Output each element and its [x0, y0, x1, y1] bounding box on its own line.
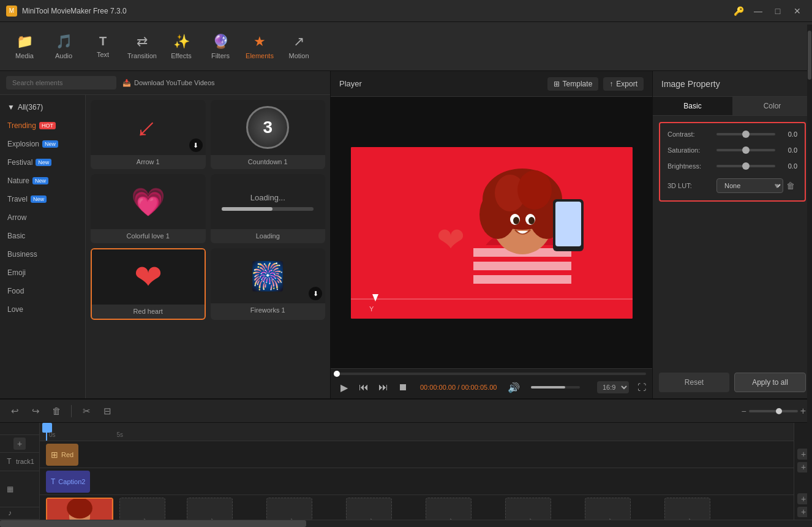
- transition-slot-8[interactable]: ⇄: [664, 498, 710, 520]
- brightness-row: Brightness: 0.0: [667, 162, 797, 170]
- element-label-arrow1: Arrow 1: [137, 158, 160, 165]
- transition-slot-4[interactable]: ⇄: [346, 498, 392, 520]
- transition-slot-2[interactable]: ⇄: [187, 498, 233, 520]
- tab-basic[interactable]: Basic: [653, 97, 732, 115]
- redo-button[interactable]: ↪: [27, 403, 44, 420]
- element-card-colorful-love1[interactable]: 💗 Colorful love 1: [91, 174, 206, 243]
- brightness-value: 0.0: [780, 162, 797, 170]
- minimize-button[interactable]: —: [750, 4, 767, 18]
- lut-select[interactable]: None: [716, 178, 783, 193]
- zoom-out-icon[interactable]: −: [741, 406, 746, 416]
- transition-slot-5[interactable]: ⇄: [426, 498, 472, 520]
- close-button[interactable]: ✕: [789, 4, 806, 18]
- timeline-scrollbar[interactable]: [0, 520, 812, 527]
- zoom-in-icon[interactable]: +: [800, 406, 806, 417]
- sidebar-item-food[interactable]: Food: [0, 282, 85, 300]
- motion-icon: ↗: [293, 34, 304, 50]
- transition-slot-1[interactable]: ⇄: [119, 498, 165, 520]
- element-card-fireworks1[interactable]: 🎆 ⬇ Fireworks 1: [211, 248, 326, 320]
- stop-button[interactable]: ⏹: [396, 380, 410, 395]
- sidebar-item-arrow[interactable]: Arrow: [0, 208, 85, 227]
- tab-color[interactable]: Color: [732, 97, 812, 115]
- tool-elements[interactable]: ★ Elements: [241, 26, 278, 67]
- search-input[interactable]: [6, 76, 116, 89]
- sidebar-item-emoji[interactable]: Emoji: [0, 264, 85, 282]
- play-button[interactable]: ▶: [337, 380, 351, 395]
- track2-chip[interactable]: ⊞ Red: [46, 444, 78, 466]
- loading-element: Loading...: [211, 193, 326, 211]
- key-icon[interactable]: 🔑: [730, 4, 747, 18]
- player-label: Player: [339, 79, 362, 88]
- sidebar-item-love[interactable]: Love: [0, 300, 85, 319]
- prev-frame-button[interactable]: ⏮: [356, 380, 371, 395]
- volume-slider[interactable]: [531, 386, 580, 389]
- arrow-element-icon: ↓: [130, 110, 166, 146]
- crop-button[interactable]: ⊟: [99, 403, 116, 420]
- apply-to-all-button[interactable]: Apply to all: [734, 373, 806, 392]
- tool-motion-label: Motion: [288, 52, 309, 59]
- tool-text[interactable]: T Text: [85, 26, 121, 67]
- transition-slot-7[interactable]: ⇄: [585, 498, 631, 520]
- tool-media[interactable]: 📁 Media: [6, 26, 43, 67]
- tool-audio[interactable]: 🎵 Audio: [45, 26, 82, 67]
- video-person-svg: ❤ Y: [351, 147, 633, 319]
- media-icon: 📁: [17, 34, 33, 50]
- saturation-slider[interactable]: [716, 149, 775, 151]
- tool-text-label: Text: [97, 51, 109, 58]
- zoom-slider[interactable]: [749, 410, 798, 412]
- download-arrow1-button[interactable]: ⬇: [189, 138, 203, 152]
- next-frame-button[interactable]: ⏭: [376, 380, 391, 395]
- sidebar-item-travel[interactable]: Travel New: [0, 190, 85, 208]
- main-track-icon: ▦: [5, 484, 15, 494]
- undo-button[interactable]: ↩: [6, 403, 23, 420]
- sidebar-item-nature[interactable]: Nature New: [0, 172, 85, 190]
- aspect-ratio-select[interactable]: 16:9 9:16 1:1 4:3: [597, 381, 629, 393]
- progress-bar[interactable]: [337, 373, 646, 375]
- element-thumb-arrow1: ↓ ⬇: [91, 100, 206, 155]
- track1-caption-chip[interactable]: T Caption2: [46, 471, 90, 493]
- player-header: Player ⊞ Template ↑ Export: [331, 71, 652, 97]
- sidebar-item-festival[interactable]: Festival New: [0, 153, 85, 172]
- saturation-row: Saturation: 0.0: [667, 146, 797, 154]
- main-area: 📥 Download YouTube Videos ▼ All(367) Tre…: [0, 71, 812, 398]
- transition-slot-6[interactable]: ⇄: [505, 498, 551, 520]
- element-card-countdown1[interactable]: 3 Countdown 1: [211, 100, 326, 169]
- element-card-arrow1[interactable]: ↓ ⬇ Arrow 1: [91, 100, 206, 169]
- tool-motion[interactable]: ↗ Motion: [280, 26, 317, 67]
- elements-grid: ↓ ⬇ Arrow 1 3 Countdown 1 💗: [86, 95, 330, 398]
- elements-panel: 📥 Download YouTube Videos ▼ All(367) Tre…: [0, 71, 331, 398]
- lut-delete-button[interactable]: 🗑: [784, 179, 797, 192]
- cut-button[interactable]: ✂: [78, 403, 95, 420]
- tool-transition[interactable]: ⇄ Transition: [124, 26, 160, 67]
- time-display: 00:00:00.00 / 00:00:05.00: [420, 384, 497, 391]
- delete-button[interactable]: 🗑: [48, 403, 65, 420]
- element-card-red-heart[interactable]: ❤ Red heart: [91, 248, 206, 320]
- maximize-button[interactable]: □: [769, 4, 786, 18]
- download-fireworks1-button[interactable]: ⬇: [309, 287, 322, 300]
- template-button[interactable]: ⊞ Template: [547, 77, 599, 91]
- svg-rect-5: [473, 275, 571, 284]
- transition-slot-3[interactable]: ⇄: [266, 498, 312, 520]
- download-youtube-button[interactable]: 📥 Download YouTube Videos: [122, 79, 215, 87]
- tool-effects[interactable]: ✨ Effects: [163, 26, 200, 67]
- export-button[interactable]: ↑ Export: [603, 77, 644, 91]
- sidebar-item-basic[interactable]: Basic: [0, 227, 85, 245]
- element-card-loading[interactable]: Loading... Loading: [211, 174, 326, 243]
- contrast-slider[interactable]: [716, 133, 775, 135]
- fullscreen-button[interactable]: ⛶: [637, 382, 646, 392]
- tool-filters[interactable]: 🔮 Filters: [202, 26, 239, 67]
- sidebar-item-trending[interactable]: Trending HOT: [0, 116, 85, 135]
- sidebar-item-business[interactable]: Business: [0, 245, 85, 264]
- saturation-value: 0.0: [780, 146, 797, 154]
- sidebar-food-label: Food: [7, 287, 24, 295]
- video-segment-1[interactable]: [46, 498, 113, 520]
- travel-badge: New: [31, 195, 47, 203]
- add-track2-button[interactable]: +: [13, 438, 26, 450]
- nature-badge: New: [32, 177, 48, 184]
- reset-button[interactable]: Reset: [659, 373, 729, 392]
- sidebar-item-explosion[interactable]: Explosion New: [0, 135, 85, 153]
- volume-button[interactable]: 🔊: [506, 380, 521, 395]
- timeline-area: ↩ ↪ 🗑 ✂ ⊟ − + + T track1 ▦: [0, 398, 812, 527]
- brightness-slider[interactable]: [716, 165, 775, 167]
- sidebar-item-all[interactable]: ▼ All(367): [0, 98, 85, 116]
